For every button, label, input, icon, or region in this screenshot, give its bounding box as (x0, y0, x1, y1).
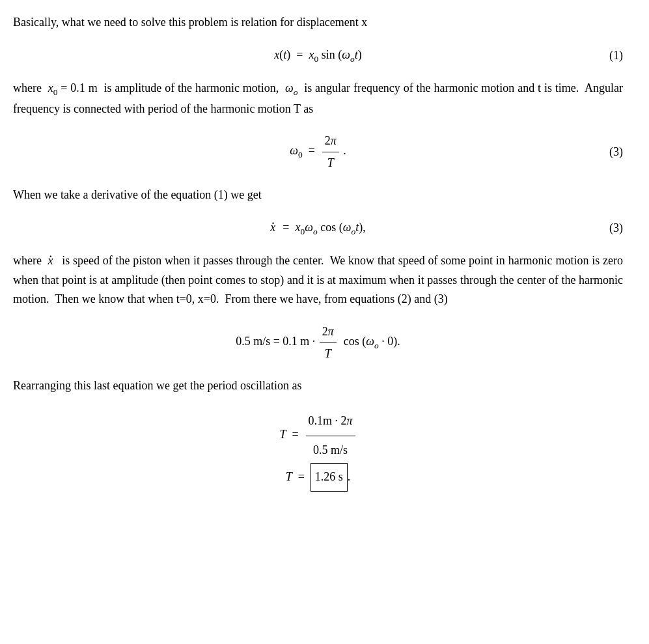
eq1-lhs: x (274, 48, 279, 61)
equation-1-content: x(t) = x0 sin (ωot) (274, 46, 361, 66)
denominator-T-2: T (322, 343, 334, 363)
equation-mid-content: 0.5 m/s = 0.1 m · 2π T cos (ωo · 0). (236, 322, 400, 363)
intro-paragraph: Basically, what we need to solve this pr… (13, 13, 623, 33)
x0-var: x (48, 81, 53, 94)
eq3b-omega-t: ωot (343, 221, 359, 234)
eq3b-number: (3) (609, 219, 623, 238)
numerator-final: 0.1m · 2π (306, 408, 355, 436)
equation-3a-content: ω0 = 2π T . (290, 132, 346, 173)
final-eq-line1: T = 0.1m · 2π 0.5 m/s (279, 408, 356, 463)
final-answer-box: 1.26 s (311, 463, 348, 492)
eq1-number: (1) (609, 46, 623, 65)
derivative-paragraph: When we take a derivative of the equatio… (13, 186, 623, 205)
denominator-final: 0.5 m/s (311, 436, 350, 464)
equation-3b-block: x = x0ωo cos (ωot), (3) (13, 218, 623, 238)
equation-1-block: x(t) = x0 sin (ωot) (1) (13, 46, 623, 66)
denominator-T: T (325, 152, 337, 173)
fraction-final: 0.1m · 2π 0.5 m/s (306, 408, 355, 463)
T-lhs2: T (286, 470, 292, 483)
numerator-2pi: 2π (322, 132, 339, 152)
numerator-2pi-2: 2π (320, 322, 337, 343)
fraction-2pi-T: 2π T (322, 132, 339, 173)
eq1-t: t (283, 48, 286, 61)
intro-text: Basically, what we need to solve this pr… (13, 16, 367, 29)
equation-3b-content: x = x0ωo cos (ωot), (270, 218, 365, 238)
xdot-inline: x (48, 251, 53, 271)
rearranging-paragraph: Rearranging this last equation we get th… (13, 376, 623, 396)
omega-0-inline: ωo (366, 335, 378, 348)
eq1-omega: ωot (342, 48, 357, 61)
T-lhs1: T (279, 428, 286, 441)
where-paragraph: where x0 = 0.1 m is amplitude of the har… (13, 79, 623, 119)
equation-3a-block: ω0 = 2π T . (3) (13, 132, 623, 173)
equation-midblock: 0.5 m/s = 0.1 m · 2π T cos (ωo · 0). (13, 322, 623, 363)
omega-var: ωo (285, 81, 297, 94)
xdot-lhs: x (270, 218, 275, 237)
eq3a-number: (3) (609, 143, 623, 161)
derivative-text: When we take a derivative of the equatio… (13, 188, 262, 201)
final-answer-text: 1.26 s (315, 470, 343, 483)
speed-paragraph: where x is speed of the piston when it p… (13, 251, 623, 309)
main-content: Basically, what we need to solve this pr… (13, 13, 623, 492)
final-equation-content: T = 0.1m · 2π 0.5 m/s T = 1.26 s . (279, 408, 356, 492)
final-equation-block: T = 0.1m · 2π 0.5 m/s T = 1.26 s . (13, 408, 623, 492)
fraction-2pi-T-2: 2π T (320, 322, 337, 363)
final-eq-line2: T = 1.26 s . (279, 463, 356, 492)
omega0-lhs: ω (290, 145, 298, 158)
rearranging-text: Rearranging this last equation we get th… (13, 379, 301, 392)
